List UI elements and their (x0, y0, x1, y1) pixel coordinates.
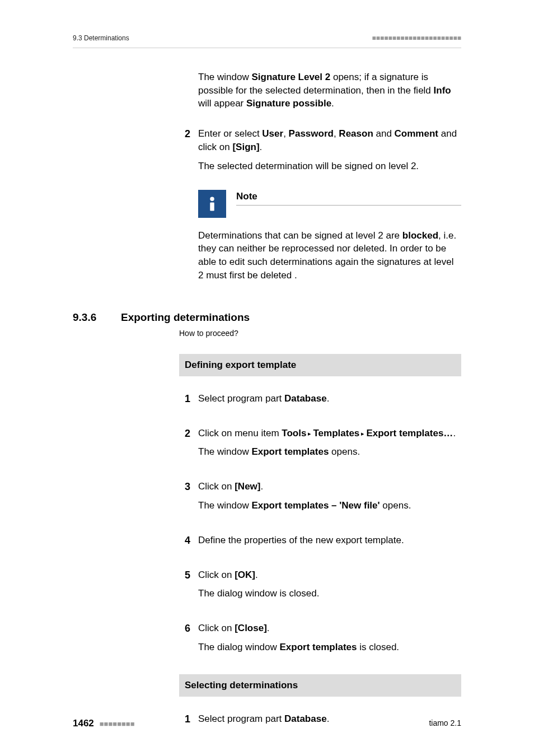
text: The window (198, 500, 251, 511)
text: . (260, 142, 263, 152)
subheading-selecting-determinations: Selecting determinations (179, 674, 461, 697)
text: Define the properties of the new export … (198, 534, 461, 547)
step-number: 4 (179, 534, 190, 548)
text: opens. (380, 500, 411, 511)
text: . (267, 623, 270, 633)
label-comment: Comment (395, 128, 438, 139)
text: The dialog window (198, 642, 280, 652)
text: will appear (198, 98, 246, 109)
text: , (334, 128, 339, 139)
value-name: Signature possible (246, 98, 331, 109)
label-user: User (262, 128, 283, 139)
label-reason: Reason (339, 128, 373, 139)
step-number: 5 (179, 568, 190, 582)
text: The dialog window is closed. (198, 587, 461, 600)
def-step-3: 3 Click on [New]. The window Export temp… (179, 480, 461, 518)
text: . (260, 481, 263, 492)
text: Click on menu item (198, 428, 282, 438)
continuation-text: The window Signature Level 2 opens; if a… (179, 71, 461, 110)
text: Select program part (198, 393, 284, 404)
text: Enter or select (198, 128, 262, 139)
text: Click on (198, 570, 235, 580)
window-name: Signature Level 2 (251, 72, 330, 82)
section-title: Exporting determinations (121, 310, 250, 325)
text: Click on (198, 623, 235, 633)
window-export-templates-new-file: Export templates – 'New file' (251, 500, 380, 511)
text: . (327, 393, 330, 404)
field-name: Info (434, 85, 451, 96)
footer-decoration: ■■■■■■■■ (100, 720, 135, 728)
window-export-templates: Export templates (280, 642, 357, 652)
page-header: 9.3 Determinations ■■■■■■■■■■■■■■■■■■■■■… (73, 34, 461, 48)
page-number: 1462 (73, 718, 94, 729)
text: The window (198, 72, 251, 82)
header-decoration: ■■■■■■■■■■■■■■■■■■■■■■ (372, 34, 461, 43)
text: . (453, 428, 456, 438)
step-number: 1 (179, 392, 190, 406)
button-ok-label: [OK] (235, 570, 255, 580)
chevron-right-icon: ▸ (306, 430, 313, 437)
button-close-label: [Close] (235, 623, 267, 633)
button-sign-label: [Sign] (232, 142, 259, 152)
def-step-4: 4 Define the properties of the new expor… (179, 534, 461, 553)
note-box: Note (198, 190, 461, 218)
menu-tools: Tools (282, 428, 306, 438)
def-step-1: 1 Select program part Database. (179, 392, 461, 411)
text: Determinations that can be signed at lev… (198, 230, 402, 241)
button-new-label: [New] (235, 481, 260, 492)
step-number: 2 (179, 127, 190, 141)
chevron-right-icon: ▸ (359, 430, 366, 437)
window-export-templates: Export templates (251, 446, 329, 457)
def-step-5: 5 Click on [OK]. The dialog window is cl… (179, 568, 461, 606)
label-password: Password (289, 128, 334, 139)
text: is closed. (357, 642, 399, 652)
step-number: 6 (179, 622, 190, 636)
def-step-6: 6 Click on [Close]. The dialog window Ex… (179, 622, 461, 660)
program-part-database: Database (284, 393, 327, 404)
info-icon (198, 190, 226, 218)
menu-export-templates: Export templates… (366, 428, 453, 438)
text: . (255, 570, 258, 580)
text: . (331, 98, 334, 109)
step-number: 2 (179, 427, 190, 441)
step-2: 2 Enter or select User, Password, Reason… (179, 127, 461, 178)
note-label: Note (236, 190, 461, 206)
page-footer: 1462 ■■■■■■■■ tiamo 2.1 (73, 717, 461, 730)
menu-templates: Templates (313, 428, 359, 438)
subheading-defining-export-template: Defining export template (179, 354, 461, 376)
svg-point-0 (210, 197, 214, 201)
text: Click on (198, 481, 235, 492)
text: The window (198, 446, 251, 457)
how-to-proceed-label: How to proceed? (179, 328, 461, 339)
note-text: Determinations that can be signed at lev… (198, 229, 461, 282)
product-name: tiamo 2.1 (429, 718, 461, 729)
result-text: The selected determination will be signe… (198, 160, 461, 173)
svg-rect-1 (210, 202, 214, 211)
text: and (373, 128, 395, 139)
text: opens. (329, 446, 360, 457)
section-number: 9.3.6 (73, 310, 121, 325)
step-number: 3 (179, 480, 190, 494)
emphasis-blocked: blocked (402, 230, 438, 241)
text: , (283, 128, 288, 139)
section-breadcrumb: 9.3 Determinations (73, 34, 129, 43)
def-step-2: 2 Click on menu item Tools ▸ Templates ▸… (179, 427, 461, 465)
section-heading: 9.3.6 Exporting determinations (73, 310, 461, 325)
